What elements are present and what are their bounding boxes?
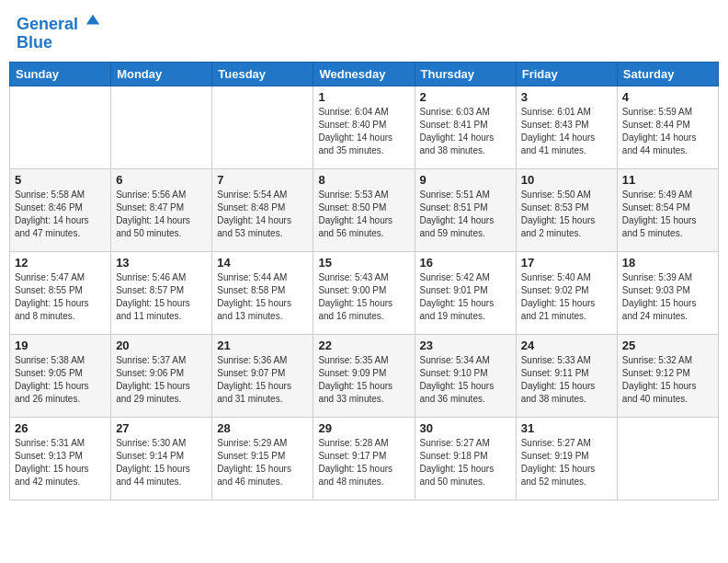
calendar-cell: 3Sunrise: 6:01 AM Sunset: 8:43 PM Daylig… bbox=[516, 86, 617, 168]
day-info: Sunrise: 5:54 AM Sunset: 8:48 PM Dayligh… bbox=[217, 189, 308, 240]
day-info: Sunrise: 5:42 AM Sunset: 9:01 PM Dayligh… bbox=[420, 271, 511, 323]
day-number: 20 bbox=[116, 339, 207, 352]
calendar-cell: 15Sunrise: 5:43 AM Sunset: 9:00 PM Dayli… bbox=[313, 251, 415, 334]
day-info: Sunrise: 5:47 AM Sunset: 8:55 PM Dayligh… bbox=[15, 271, 106, 323]
calendar-cell: 17Sunrise: 5:40 AM Sunset: 9:02 PM Dayli… bbox=[516, 251, 617, 334]
calendar-week-row: 12Sunrise: 5:47 AM Sunset: 8:55 PM Dayli… bbox=[10, 251, 719, 334]
day-number: 4 bbox=[622, 90, 713, 104]
day-info: Sunrise: 5:58 AM Sunset: 8:46 PM Dayligh… bbox=[15, 189, 106, 240]
day-number: 26 bbox=[15, 421, 106, 435]
calendar-cell: 6Sunrise: 5:56 AM Sunset: 8:47 PM Daylig… bbox=[111, 168, 212, 251]
calendar-cell: 30Sunrise: 5:27 AM Sunset: 9:18 PM Dayli… bbox=[415, 417, 516, 500]
day-number: 5 bbox=[15, 173, 106, 187]
day-number: 12 bbox=[15, 256, 106, 270]
day-number: 17 bbox=[521, 256, 612, 270]
day-info: Sunrise: 5:51 AM Sunset: 8:51 PM Dayligh… bbox=[420, 189, 511, 240]
calendar-cell: 21Sunrise: 5:36 AM Sunset: 9:07 PM Dayli… bbox=[212, 334, 313, 417]
calendar-week-row: 19Sunrise: 5:38 AM Sunset: 9:05 PM Dayli… bbox=[10, 334, 719, 417]
logo-blue: Blue bbox=[17, 33, 52, 52]
day-number: 8 bbox=[318, 173, 409, 187]
calendar-week-row: 5Sunrise: 5:58 AM Sunset: 8:46 PM Daylig… bbox=[10, 168, 719, 251]
day-of-week-header: Tuesday bbox=[212, 62, 313, 86]
day-number: 31 bbox=[521, 421, 612, 435]
calendar-cell: 5Sunrise: 5:58 AM Sunset: 8:46 PM Daylig… bbox=[10, 168, 111, 251]
day-info: Sunrise: 5:34 AM Sunset: 9:10 PM Dayligh… bbox=[420, 354, 511, 406]
day-info: Sunrise: 5:44 AM Sunset: 8:58 PM Dayligh… bbox=[217, 271, 308, 323]
calendar-cell: 12Sunrise: 5:47 AM Sunset: 8:55 PM Dayli… bbox=[10, 251, 111, 334]
calendar-cell: 11Sunrise: 5:49 AM Sunset: 8:54 PM Dayli… bbox=[617, 168, 718, 251]
day-number: 11 bbox=[622, 173, 713, 187]
calendar-cell: 29Sunrise: 5:28 AM Sunset: 9:17 PM Dayli… bbox=[313, 417, 415, 500]
day-number: 1 bbox=[318, 90, 409, 104]
day-info: Sunrise: 5:50 AM Sunset: 8:53 PM Dayligh… bbox=[521, 189, 612, 240]
day-info: Sunrise: 5:38 AM Sunset: 9:05 PM Dayligh… bbox=[15, 354, 106, 406]
day-info: Sunrise: 5:32 AM Sunset: 9:12 PM Dayligh… bbox=[622, 354, 713, 406]
day-number: 24 bbox=[521, 339, 612, 352]
calendar-cell: 22Sunrise: 5:35 AM Sunset: 9:09 PM Dayli… bbox=[313, 334, 415, 417]
calendar-cell: 4Sunrise: 5:59 AM Sunset: 8:44 PM Daylig… bbox=[617, 86, 718, 168]
day-number: 2 bbox=[420, 90, 511, 104]
day-of-week-header: Friday bbox=[516, 62, 617, 86]
day-of-week-header: Wednesday bbox=[313, 62, 415, 86]
day-number: 15 bbox=[318, 256, 409, 270]
day-number: 18 bbox=[622, 256, 713, 270]
calendar-cell: 8Sunrise: 5:53 AM Sunset: 8:50 PM Daylig… bbox=[313, 168, 415, 251]
day-info: Sunrise: 5:36 AM Sunset: 9:07 PM Dayligh… bbox=[217, 354, 308, 406]
day-info: Sunrise: 5:29 AM Sunset: 9:15 PM Dayligh… bbox=[217, 437, 308, 488]
calendar-cell: 28Sunrise: 5:29 AM Sunset: 9:15 PM Dayli… bbox=[212, 417, 313, 500]
day-of-week-header: Saturday bbox=[617, 62, 718, 86]
calendar-cell: 24Sunrise: 5:33 AM Sunset: 9:11 PM Dayli… bbox=[516, 334, 617, 417]
day-number: 27 bbox=[116, 421, 207, 435]
calendar-cell: 9Sunrise: 5:51 AM Sunset: 8:51 PM Daylig… bbox=[415, 168, 516, 251]
calendar-cell: 19Sunrise: 5:38 AM Sunset: 9:05 PM Dayli… bbox=[10, 334, 111, 417]
day-info: Sunrise: 5:56 AM Sunset: 8:47 PM Dayligh… bbox=[116, 189, 207, 240]
calendar-cell bbox=[617, 417, 718, 500]
calendar-cell: 2Sunrise: 6:03 AM Sunset: 8:41 PM Daylig… bbox=[415, 86, 516, 168]
calendar-cell: 31Sunrise: 5:27 AM Sunset: 9:19 PM Dayli… bbox=[516, 417, 617, 500]
calendar-week-row: 1Sunrise: 6:04 AM Sunset: 8:40 PM Daylig… bbox=[10, 86, 719, 168]
day-info: Sunrise: 5:39 AM Sunset: 9:03 PM Dayligh… bbox=[622, 271, 713, 323]
calendar-week-row: 26Sunrise: 5:31 AM Sunset: 9:13 PM Dayli… bbox=[10, 417, 719, 500]
calendar-cell: 1Sunrise: 6:04 AM Sunset: 8:40 PM Daylig… bbox=[313, 86, 415, 168]
day-number: 14 bbox=[217, 256, 308, 270]
calendar-header-row: SundayMondayTuesdayWednesdayThursdayFrid… bbox=[10, 62, 719, 86]
calendar-cell: 7Sunrise: 5:54 AM Sunset: 8:48 PM Daylig… bbox=[212, 168, 313, 251]
calendar-cell bbox=[212, 86, 313, 168]
day-number: 22 bbox=[318, 339, 409, 352]
logo-icon bbox=[85, 13, 101, 29]
day-info: Sunrise: 5:43 AM Sunset: 9:00 PM Dayligh… bbox=[318, 271, 409, 323]
day-info: Sunrise: 5:53 AM Sunset: 8:50 PM Dayligh… bbox=[318, 189, 409, 240]
day-of-week-header: Thursday bbox=[415, 62, 516, 86]
day-number: 10 bbox=[521, 173, 612, 187]
day-info: Sunrise: 5:59 AM Sunset: 8:44 PM Dayligh… bbox=[622, 106, 713, 157]
day-of-week-header: Sunday bbox=[10, 62, 111, 86]
day-number: 3 bbox=[521, 90, 612, 104]
day-number: 25 bbox=[622, 339, 713, 352]
calendar-table: SundayMondayTuesdayWednesdayThursdayFrid… bbox=[9, 62, 719, 500]
day-of-week-header: Monday bbox=[111, 62, 212, 86]
day-info: Sunrise: 5:28 AM Sunset: 9:17 PM Dayligh… bbox=[318, 437, 409, 488]
day-info: Sunrise: 5:37 AM Sunset: 9:06 PM Dayligh… bbox=[116, 354, 207, 406]
day-info: Sunrise: 5:31 AM Sunset: 9:13 PM Dayligh… bbox=[15, 437, 106, 488]
calendar-cell: 10Sunrise: 5:50 AM Sunset: 8:53 PM Dayli… bbox=[516, 168, 617, 251]
day-info: Sunrise: 5:49 AM Sunset: 8:54 PM Dayligh… bbox=[622, 189, 713, 240]
day-info: Sunrise: 5:46 AM Sunset: 8:57 PM Dayligh… bbox=[116, 271, 207, 323]
calendar-cell: 14Sunrise: 5:44 AM Sunset: 8:58 PM Dayli… bbox=[212, 251, 313, 334]
day-info: Sunrise: 5:35 AM Sunset: 9:09 PM Dayligh… bbox=[318, 354, 409, 406]
day-number: 29 bbox=[318, 421, 409, 435]
page-header: General Blue bbox=[9, 9, 719, 56]
calendar-cell: 16Sunrise: 5:42 AM Sunset: 9:01 PM Dayli… bbox=[415, 251, 516, 334]
calendar-cell: 25Sunrise: 5:32 AM Sunset: 9:12 PM Dayli… bbox=[617, 334, 718, 417]
day-number: 16 bbox=[420, 256, 511, 270]
day-number: 7 bbox=[217, 173, 308, 187]
day-number: 9 bbox=[420, 173, 511, 187]
calendar-cell: 20Sunrise: 5:37 AM Sunset: 9:06 PM Dayli… bbox=[111, 334, 212, 417]
day-number: 13 bbox=[116, 256, 207, 270]
day-number: 6 bbox=[116, 173, 207, 187]
calendar-cell: 27Sunrise: 5:30 AM Sunset: 9:14 PM Dayli… bbox=[111, 417, 212, 500]
logo-general: General bbox=[17, 15, 78, 33]
day-info: Sunrise: 6:01 AM Sunset: 8:43 PM Dayligh… bbox=[521, 106, 612, 157]
day-info: Sunrise: 6:04 AM Sunset: 8:40 PM Dayligh… bbox=[318, 106, 409, 157]
day-info: Sunrise: 5:40 AM Sunset: 9:02 PM Dayligh… bbox=[521, 271, 612, 323]
calendar-cell: 23Sunrise: 5:34 AM Sunset: 9:10 PM Dayli… bbox=[415, 334, 516, 417]
